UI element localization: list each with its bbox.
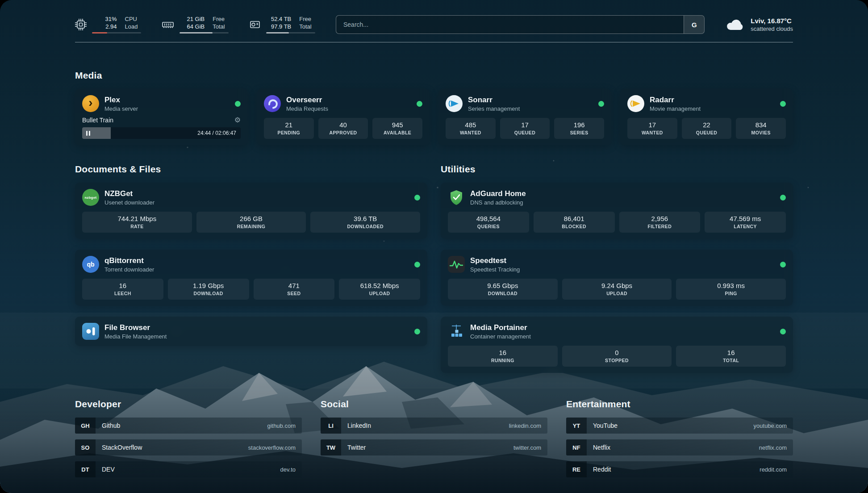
service-description: Movie management <box>650 105 701 112</box>
documents-column: Documents & Files nzbget NZBGet Usenet d… <box>75 164 427 373</box>
bookmark-url: stackoverflow.com <box>248 439 302 455</box>
stat-value: 471 <box>255 282 333 289</box>
stat-label: WANTED <box>447 130 494 135</box>
service-name: Overseerr <box>286 96 328 104</box>
service-card-overseerr[interactable]: Overseerr Media Requests 21 PENDING 40 A… <box>257 89 430 145</box>
section-title-social: Social <box>321 399 547 409</box>
stat-filtered: 2,956 FILTERED <box>619 212 701 233</box>
bookmark-name: Reddit <box>587 461 611 477</box>
weather-widget: Lviv, 16.87°C scattered clouds <box>725 17 793 32</box>
section-title-documents: Documents & Files <box>75 164 427 175</box>
bookmark-url: youtube.com <box>754 418 793 434</box>
service-name: AdGuard Home <box>470 189 526 198</box>
stat-running: 16 RUNNING <box>448 346 558 367</box>
stat-ping: 0.993 ms PING <box>676 279 786 300</box>
service-name: qBittorrent <box>104 256 154 265</box>
stat-value: 485 <box>447 121 494 129</box>
stat-queries: 498,564 QUERIES <box>448 212 529 233</box>
filebrowser-icon <box>82 323 99 340</box>
cpu-widget: 31% CPU 2.94 Load <box>75 16 141 33</box>
service-card-adguard[interactable]: AdGuard Home DNS and adblocking 498,564 … <box>441 183 793 239</box>
cloud-icon <box>725 17 745 32</box>
stat-label: MOVIES <box>738 130 784 135</box>
disk-widget: 52.4 TB Free 97.9 TB Total <box>249 16 315 33</box>
stat-value: 22 <box>684 121 730 129</box>
bookmark-linkedin[interactable]: LI LinkedIn linkedin.com <box>321 418 547 434</box>
stat-value: 196 <box>556 121 602 129</box>
search-provider-button[interactable]: G <box>684 16 704 33</box>
stat-label: REMAINING <box>198 224 305 229</box>
bookmark-netflix[interactable]: NF Netflix netflix.com <box>566 439 793 455</box>
topbar-divider <box>75 42 793 42</box>
stat-label: DOWNLOAD <box>170 291 247 296</box>
service-card-speedtest[interactable]: Speedtest Speedtest Tracking 9.65 Gbps D… <box>441 250 793 306</box>
bookmark-url: linkedin.com <box>509 418 547 434</box>
service-description: Torrent downloader <box>104 266 154 273</box>
bookmark-abbr: LI <box>321 418 341 434</box>
top-bar: 31% CPU 2.94 Load <box>0 15 868 34</box>
playback-progress-bar[interactable]: 24:44 / 02:06:47 <box>82 127 241 139</box>
stat-total: 16 TOTAL <box>676 346 786 367</box>
disk-usage-bar <box>266 32 315 33</box>
adguard-shield-icon <box>448 189 465 206</box>
service-description: Speedtest Tracking <box>470 266 520 273</box>
service-card-plex[interactable]: › Plex Media server Bullet Train ⚙ <box>75 89 248 145</box>
settings-gear-icon[interactable]: ⚙ <box>234 117 241 124</box>
bookmark-dev[interactable]: DT DEV dev.to <box>75 461 302 477</box>
service-description: DNS and adblocking <box>470 199 526 206</box>
stat-label: SEED <box>255 291 333 296</box>
bookmark-youtube[interactable]: YT YouTube youtube.com <box>566 418 793 434</box>
stat-label: PENDING <box>266 130 312 135</box>
stat-value: 618.52 Mbps <box>341 282 418 289</box>
bookmark-url: dev.to <box>280 461 302 477</box>
stat-value: 16 <box>450 349 556 356</box>
bookmark-github[interactable]: GH Github github.com <box>75 418 302 434</box>
bookmark-abbr: DT <box>75 461 96 477</box>
disk-free-label: Free <box>299 16 315 22</box>
status-dot <box>414 262 420 267</box>
service-card-nzbget[interactable]: nzbget NZBGet Usenet downloader 744.21 M… <box>75 183 427 239</box>
stat-label: DOWNLOADED <box>312 224 418 229</box>
service-name: File Browser <box>104 323 167 332</box>
playback-time: 24:44 / 02:06:47 <box>197 130 236 136</box>
memory-total-value: 64 GiB <box>179 23 204 30</box>
stat-queued: 17 QUEUED <box>500 118 550 139</box>
service-card-filebrowser[interactable]: File Browser Media File Management <box>75 317 427 346</box>
stat-value: 744.21 Mbps <box>84 215 190 222</box>
disk-total-label: Total <box>299 23 315 30</box>
stat-label: PING <box>678 291 784 296</box>
stat-value: 2,956 <box>621 215 699 222</box>
bookmark-twitter[interactable]: TW Twitter twitter.com <box>321 439 547 455</box>
stat-label: STOPPED <box>564 358 670 363</box>
section-title-media: Media <box>75 70 793 81</box>
dashboard-window: 31% CPU 2.94 Load <box>0 0 868 493</box>
stat-label: LATENCY <box>706 224 784 229</box>
status-dot <box>414 329 420 334</box>
service-card-radarr[interactable]: Radarr Movie management 17 WANTED 22 QUE… <box>620 89 793 145</box>
stat-approved: 40 APPROVED <box>318 118 368 139</box>
bookmark-reddit[interactable]: RE Reddit reddit.com <box>566 461 793 477</box>
stat-label: WANTED <box>629 130 676 135</box>
stat-queued: 22 QUEUED <box>682 118 732 139</box>
bookmark-name: StackOverflow <box>96 439 142 455</box>
stat-rate: 744.21 Mbps RATE <box>82 212 192 233</box>
stat-value: 9.65 Gbps <box>450 282 556 289</box>
search-input[interactable] <box>336 16 684 33</box>
service-card-qbittorrent[interactable]: qb qBittorrent Torrent downloader 16 <box>75 250 427 306</box>
status-dot <box>414 195 420 201</box>
stat-value: 17 <box>502 121 548 129</box>
status-dot <box>235 101 241 107</box>
service-card-portainer[interactable]: Media Portainer Container management 16 … <box>441 317 793 373</box>
pause-icon[interactable] <box>86 131 90 136</box>
memory-usage-bar <box>179 32 229 33</box>
section-title-utilities: Utilities <box>441 164 793 175</box>
stat-label: DOWNLOAD <box>450 291 556 296</box>
service-card-sonarr[interactable]: Sonarr Series management 485 WANTED 17 Q… <box>438 89 611 145</box>
bookmark-name: YouTube <box>587 418 618 434</box>
stat-value: 47.569 ms <box>706 215 784 222</box>
stat-value: 86,401 <box>535 215 613 222</box>
stat-label: SERIES <box>556 130 602 135</box>
status-dot <box>780 329 786 334</box>
stat-seed: 471 SEED <box>254 279 335 300</box>
bookmark-stackoverflow[interactable]: SO StackOverflow stackoverflow.com <box>75 439 302 455</box>
